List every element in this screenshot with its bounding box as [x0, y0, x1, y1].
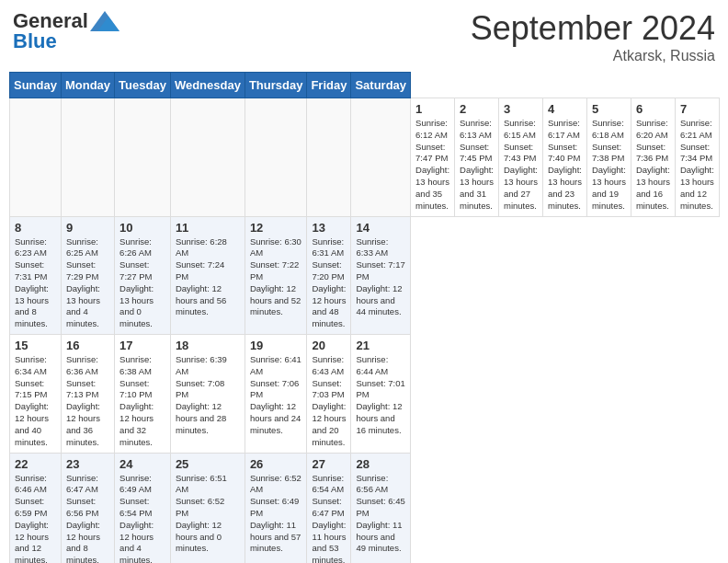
day-number: 6 [636, 102, 670, 116]
calendar-day-cell: 4Sunrise: 6:17 AMSunset: 7:40 PMDaylight… [542, 98, 586, 217]
calendar-day-cell: 28Sunrise: 6:56 AMSunset: 6:45 PMDayligh… [351, 453, 411, 563]
calendar-day-cell [245, 98, 307, 217]
day-info: Sunrise: 6:13 AMSunset: 7:45 PMDaylight:… [460, 118, 494, 213]
calendar-day-cell: 14Sunrise: 6:33 AMSunset: 7:17 PMDayligh… [351, 216, 411, 335]
day-info: Sunrise: 6:56 AMSunset: 6:45 PMDaylight:… [356, 473, 405, 556]
calendar-day-cell: 5Sunrise: 6:18 AMSunset: 7:38 PMDaylight… [586, 98, 631, 217]
day-number: 16 [66, 339, 109, 352]
calendar-day-cell: 24Sunrise: 6:49 AMSunset: 6:54 PMDayligh… [115, 453, 171, 563]
location-text: Atkarsk, Russia [471, 48, 715, 64]
page-header: General Blue September 2024 Atkarsk, Rus… [9, 9, 719, 64]
day-info: Sunrise: 6:39 AMSunset: 7:08 PMDaylight:… [176, 354, 240, 437]
calendar-day-cell: 25Sunrise: 6:51 AMSunset: 6:52 PMDayligh… [170, 453, 245, 563]
calendar-day-cell: 9Sunrise: 6:25 AMSunset: 7:29 PMDaylight… [61, 216, 114, 335]
logo-icon [90, 11, 119, 31]
calendar-header-row: SundayMondayTuesdayWednesdayThursdayFrid… [10, 73, 720, 98]
day-number: 27 [312, 457, 346, 471]
calendar-day-cell [10, 98, 62, 217]
day-info: Sunrise: 6:41 AMSunset: 7:06 PMDaylight:… [250, 354, 302, 437]
day-number: 26 [250, 457, 302, 471]
day-of-week-header: Tuesday [115, 73, 171, 98]
calendar-day-cell [61, 98, 114, 217]
day-number: 11 [176, 221, 240, 235]
calendar-week-row: 1Sunrise: 6:12 AMSunset: 7:47 PMDaylight… [10, 98, 720, 217]
day-info: Sunrise: 6:18 AMSunset: 7:38 PMDaylight:… [592, 118, 626, 213]
day-info: Sunrise: 6:21 AMSunset: 7:34 PMDaylight:… [680, 118, 714, 213]
day-number: 3 [504, 102, 538, 116]
day-info: Sunrise: 6:46 AMSunset: 6:59 PMDaylight:… [15, 473, 56, 564]
day-number: 17 [119, 339, 165, 352]
day-of-week-header: Thursday [245, 73, 307, 98]
calendar-day-cell [170, 98, 245, 217]
calendar-day-cell [115, 98, 171, 217]
day-info: Sunrise: 6:28 AMSunset: 7:24 PMDaylight:… [176, 236, 240, 319]
calendar-day-cell: 10Sunrise: 6:26 AMSunset: 7:27 PMDayligh… [115, 216, 171, 335]
calendar-day-cell [351, 98, 411, 217]
day-of-week-header: Saturday [351, 73, 411, 98]
calendar-day-cell: 8Sunrise: 6:23 AMSunset: 7:31 PMDaylight… [10, 216, 62, 335]
calendar-day-cell: 16Sunrise: 6:36 AMSunset: 7:13 PMDayligh… [61, 335, 114, 454]
day-number: 10 [119, 221, 165, 235]
day-of-week-header: Wednesday [170, 73, 245, 98]
day-info: Sunrise: 6:43 AMSunset: 7:03 PMDaylight:… [312, 354, 346, 449]
day-info: Sunrise: 6:25 AMSunset: 7:29 PMDaylight:… [66, 236, 109, 331]
calendar-day-cell: 6Sunrise: 6:20 AMSunset: 7:36 PMDaylight… [631, 98, 675, 217]
logo: General Blue [13, 9, 119, 53]
day-info: Sunrise: 6:20 AMSunset: 7:36 PMDaylight:… [636, 118, 670, 213]
day-number: 15 [15, 339, 56, 352]
day-of-week-header: Sunday [10, 73, 62, 98]
day-info: Sunrise: 6:51 AMSunset: 6:52 PMDaylight:… [176, 473, 240, 556]
day-number: 28 [356, 457, 405, 471]
calendar-day-cell: 11Sunrise: 6:28 AMSunset: 7:24 PMDayligh… [170, 216, 245, 335]
day-number: 18 [176, 339, 240, 352]
calendar-day-cell: 1Sunrise: 6:12 AMSunset: 7:47 PMDaylight… [411, 98, 455, 217]
day-info: Sunrise: 6:36 AMSunset: 7:13 PMDaylight:… [66, 354, 109, 449]
calendar-day-cell: 19Sunrise: 6:41 AMSunset: 7:06 PMDayligh… [245, 335, 307, 454]
day-info: Sunrise: 6:31 AMSunset: 7:20 PMDaylight:… [312, 236, 346, 331]
title-block: September 2024 Atkarsk, Russia [471, 9, 715, 64]
day-of-week-header: Monday [61, 73, 114, 98]
logo-blue-text: Blue [13, 29, 57, 53]
calendar-week-row: 22Sunrise: 6:46 AMSunset: 6:59 PMDayligh… [10, 453, 720, 563]
day-info: Sunrise: 6:15 AMSunset: 7:43 PMDaylight:… [504, 118, 538, 213]
calendar-day-cell: 2Sunrise: 6:13 AMSunset: 7:45 PMDaylight… [455, 98, 499, 217]
day-info: Sunrise: 6:52 AMSunset: 6:49 PMDaylight:… [250, 473, 302, 556]
month-year-title: September 2024 [471, 9, 715, 48]
day-info: Sunrise: 6:49 AMSunset: 6:54 PMDaylight:… [119, 473, 165, 564]
day-info: Sunrise: 6:47 AMSunset: 6:56 PMDaylight:… [66, 473, 109, 564]
calendar-day-cell: 26Sunrise: 6:52 AMSunset: 6:49 PMDayligh… [245, 453, 307, 563]
day-number: 13 [312, 221, 346, 235]
day-number: 12 [250, 221, 302, 235]
day-info: Sunrise: 6:17 AMSunset: 7:40 PMDaylight:… [548, 118, 582, 213]
day-number: 5 [592, 102, 626, 116]
day-number: 21 [356, 339, 405, 352]
day-info: Sunrise: 6:34 AMSunset: 7:15 PMDaylight:… [15, 354, 56, 449]
calendar-day-cell: 3Sunrise: 6:15 AMSunset: 7:43 PMDaylight… [499, 98, 543, 217]
calendar-day-cell [307, 98, 351, 217]
calendar-day-cell: 18Sunrise: 6:39 AMSunset: 7:08 PMDayligh… [170, 335, 245, 454]
calendar-day-cell: 13Sunrise: 6:31 AMSunset: 7:20 PMDayligh… [307, 216, 351, 335]
day-number: 4 [548, 102, 582, 116]
day-number: 25 [176, 457, 240, 471]
calendar-day-cell: 21Sunrise: 6:44 AMSunset: 7:01 PMDayligh… [351, 335, 411, 454]
day-info: Sunrise: 6:30 AMSunset: 7:22 PMDaylight:… [250, 236, 302, 319]
day-info: Sunrise: 6:23 AMSunset: 7:31 PMDaylight:… [15, 236, 56, 331]
calendar-week-row: 15Sunrise: 6:34 AMSunset: 7:15 PMDayligh… [10, 335, 720, 454]
calendar-table: SundayMondayTuesdayWednesdayThursdayFrid… [9, 72, 720, 563]
day-number: 8 [15, 221, 56, 235]
calendar-day-cell: 23Sunrise: 6:47 AMSunset: 6:56 PMDayligh… [61, 453, 114, 563]
calendar-day-cell: 7Sunrise: 6:21 AMSunset: 7:34 PMDaylight… [675, 98, 719, 217]
day-number: 20 [312, 339, 346, 352]
day-number: 14 [356, 221, 405, 235]
day-info: Sunrise: 6:12 AMSunset: 7:47 PMDaylight:… [415, 118, 449, 213]
day-number: 24 [119, 457, 165, 471]
day-number: 7 [680, 102, 714, 116]
day-number: 23 [66, 457, 109, 471]
day-info: Sunrise: 6:26 AMSunset: 7:27 PMDaylight:… [119, 236, 165, 331]
day-info: Sunrise: 6:33 AMSunset: 7:17 PMDaylight:… [356, 236, 405, 319]
day-of-week-header: Friday [307, 73, 351, 98]
day-number: 9 [66, 221, 109, 235]
day-info: Sunrise: 6:38 AMSunset: 7:10 PMDaylight:… [119, 354, 165, 449]
calendar-day-cell: 12Sunrise: 6:30 AMSunset: 7:22 PMDayligh… [245, 216, 307, 335]
calendar-day-cell: 20Sunrise: 6:43 AMSunset: 7:03 PMDayligh… [307, 335, 351, 454]
